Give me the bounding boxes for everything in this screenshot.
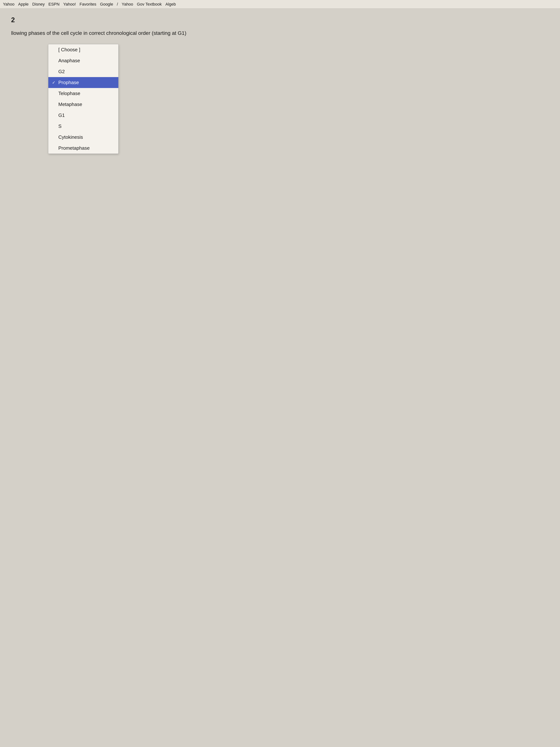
bookmark-disney[interactable]: Disney [32, 2, 45, 7]
checkmark-metaphase [52, 102, 56, 107]
browser-bookmarks-bar: Yahoo Apple Disney ESPN Yahoo! Favorites… [0, 0, 560, 9]
menu-label-telophase: Telophase [58, 91, 80, 96]
checkmark-g2 [52, 69, 56, 74]
menu-item-anaphase[interactable]: Anaphase [48, 55, 118, 66]
bookmark-yahoo[interactable]: Yahoo [3, 2, 15, 7]
page-content: 2 llowing phases of the cell cycle in co… [0, 9, 560, 166]
menu-item-choose[interactable]: [ Choose ] [48, 44, 118, 55]
menu-item-prophase[interactable]: ✓ Prophase [48, 77, 118, 88]
menu-label-metaphase: Metaphase [58, 102, 82, 107]
checkmark-anaphase [52, 58, 56, 63]
bookmark-gov-textbook[interactable]: Gov Textbook [137, 2, 162, 7]
menu-label-cytokinesis: Cytokinesis [58, 134, 83, 140]
checkmark-telophase [52, 91, 56, 96]
question-text: llowing phases of the cell cycle in corr… [11, 29, 549, 37]
menu-label-g1: G1 [58, 112, 65, 118]
bookmark-yahoo3[interactable]: Yahoo [122, 2, 133, 7]
bookmark-slash: / [117, 2, 118, 7]
question-number: 2 [11, 16, 549, 24]
checkmark-prometaphase [52, 146, 56, 151]
bookmark-yahoo2[interactable]: Yahoo! [63, 2, 76, 7]
menu-label-choose: [ Choose ] [58, 47, 80, 53]
bookmark-google[interactable]: Google [100, 2, 113, 7]
bookmark-apple[interactable]: Apple [18, 2, 28, 7]
dropdown-menu: [ Choose ] Anaphase G2 ✓ Prophase Teloph… [48, 44, 118, 154]
checkmark-choose [52, 47, 56, 52]
menu-item-g1[interactable]: G1 [48, 110, 118, 121]
menu-label-anaphase: Anaphase [58, 58, 80, 63]
menu-label-s: S [58, 123, 61, 129]
menu-item-s[interactable]: S [48, 121, 118, 132]
bookmark-favorites[interactable]: Favorites [80, 2, 96, 7]
dropdowns-section: [ Choose ] Anaphase G2 ✓ Prophase Teloph… [48, 44, 549, 159]
menu-item-telophase[interactable]: Telophase [48, 88, 118, 99]
menu-item-metaphase[interactable]: Metaphase [48, 99, 118, 110]
checkmark-g1 [52, 113, 56, 118]
menu-label-prometaphase: Prometaphase [58, 145, 90, 151]
menu-item-cytokinesis[interactable]: Cytokinesis [48, 132, 118, 143]
menu-label-g2: G2 [58, 69, 65, 75]
checkmark-s [52, 124, 56, 129]
menu-label-prophase: Prophase [58, 80, 79, 85]
bookmark-espn[interactable]: ESPN [49, 2, 60, 7]
checkmark-prophase: ✓ [52, 80, 56, 85]
checkmark-cytokinesis [52, 135, 56, 140]
menu-item-g2[interactable]: G2 [48, 66, 118, 77]
menu-item-prometaphase[interactable]: Prometaphase [48, 143, 118, 154]
bookmark-algeb[interactable]: Algeb [165, 2, 176, 7]
